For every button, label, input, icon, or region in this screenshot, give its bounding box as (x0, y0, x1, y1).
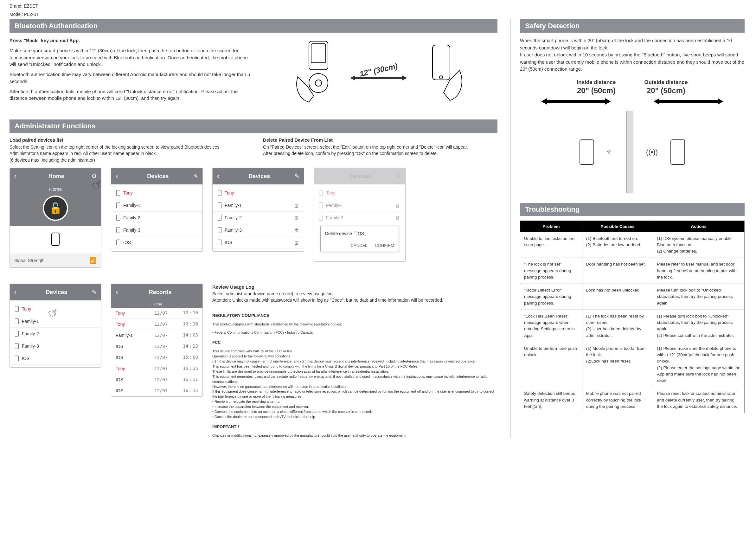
trash-icon[interactable]: 🗑 (395, 203, 400, 208)
device-name: IOS (123, 240, 131, 245)
back-icon[interactable]: ‹ (116, 288, 118, 296)
important-body: Changes or modifications not expressly a… (212, 433, 498, 438)
device-name: Family-1 (22, 319, 39, 324)
safety-illustration: ᯤ ((•)) (520, 111, 744, 193)
phone-icon (319, 202, 323, 208)
delete-body: On "Paired Devices" screen, select the "… (263, 144, 498, 157)
inside-distance-arrow-icon (541, 97, 611, 105)
device-name: Tony (22, 306, 31, 311)
list-item[interactable]: Tony (213, 187, 304, 199)
trash-icon[interactable]: 🗑 (294, 240, 299, 245)
trash-icon[interactable]: 🗑 (294, 203, 299, 208)
regulatory-intro: This product complies with standards est… (212, 322, 498, 327)
devices-title: Devices (21, 289, 92, 296)
regulatory-title: REGULATORY COMPLIANCE (212, 313, 498, 319)
list-item[interactable]: Family-2 (10, 328, 101, 340)
list-item[interactable]: Family-3🗑 (213, 224, 304, 236)
phone-icon (116, 227, 120, 233)
device-name: Family-2 (123, 215, 140, 220)
phone-glyph-icon (51, 232, 60, 246)
home-title: Home (21, 173, 92, 180)
devices-confirm-screen: ‹ Devices ✎ TonyFamily-1🗑Family-2🗑 Delet… (314, 168, 406, 262)
fcc-body: This device complies with Part 15 of the… (212, 349, 498, 419)
trash-icon[interactable]: 🗑 (294, 215, 299, 221)
inside-distance-label: Inside distance (577, 79, 616, 86)
svg-rect-0 (309, 41, 328, 70)
back-icon[interactable]: ‹ (14, 172, 16, 180)
confirm-button[interactable]: CONFIRM (375, 243, 394, 248)
phone-icon (15, 306, 19, 312)
phone-icon (319, 190, 323, 196)
table-row[interactable]: Family-112/0714：03 (111, 330, 202, 341)
back-icon[interactable]: ‹ (217, 172, 219, 180)
list-item[interactable]: IOS (111, 236, 202, 249)
cancel-button[interactable]: CANCEL (351, 243, 367, 248)
records-subtitle: Home (111, 300, 202, 308)
model-label: Model: PL2-BT (10, 12, 746, 18)
list-item[interactable]: IOS (10, 352, 101, 365)
table-row[interactable]: Tony12/0715：15 (111, 363, 202, 374)
trash-icon[interactable]: 🗑 (395, 215, 400, 221)
device-name: IOS (225, 240, 232, 245)
load-body: Select the Setting icon on the top right… (10, 144, 244, 163)
device-name: Tony (123, 190, 133, 196)
safety-body: When the smart phone is within 20" (50cm… (520, 37, 744, 73)
section-troubleshooting: Troubleshooting (520, 203, 744, 216)
signal-row: Signal Strength 📶 (10, 253, 101, 267)
section-admin-functions: Administrator Functions (10, 120, 498, 133)
column-header: Possible Causes (582, 221, 653, 232)
door-icon (626, 111, 634, 193)
auth-body1: Make sure your smart phone is within 12"… (10, 47, 250, 68)
list-item[interactable]: Tony (314, 187, 405, 199)
devices-title: Devices (224, 173, 295, 180)
back-icon[interactable]: ‹ (116, 172, 118, 180)
phone-icon (116, 215, 120, 221)
delete-confirm-dialog: Delete device「IOS」 CANCEL CONFIRM (320, 226, 399, 252)
table-row[interactable]: IOS12/0714：23 (111, 341, 202, 352)
auth-illustration: 12" (30cm) (260, 37, 498, 110)
table-row[interactable]: Tony12/0712：16 (111, 319, 202, 330)
table-row[interactable]: IOS12/0716：15 (111, 385, 202, 396)
auth-body2: Bluetooth authentication time may vary b… (10, 71, 250, 85)
edit-icon[interactable]: ✎ (92, 289, 96, 296)
list-item[interactable]: Family-2🗑 (213, 212, 304, 224)
svg-rect-4 (433, 45, 450, 80)
svg-rect-6 (52, 233, 59, 246)
devices-screen: ‹ Devices ✎ TonyFamily-1Family-2Family-3… (111, 168, 203, 252)
load-heading: Load paired devices list (10, 137, 244, 143)
list-item[interactable]: Family-3 (10, 340, 101, 352)
phone-icon (15, 343, 19, 349)
list-item[interactable]: Family-1🗑 (213, 199, 304, 212)
lock-status-icon[interactable]: 🔓 (43, 196, 68, 221)
signal-waves-icon: ᯤ (607, 148, 614, 156)
svg-rect-1 (311, 44, 326, 63)
back-icon[interactable]: ‹ (14, 288, 16, 296)
table-row[interactable]: IOS12/0715：08 (111, 352, 202, 363)
devices-title: Devices (325, 173, 396, 180)
section-bluetooth-auth: Bluetooth Authentication (10, 19, 498, 33)
list-item[interactable]: Family-1🗑 (314, 199, 405, 212)
edit-icon[interactable]: ✎ (295, 173, 299, 180)
table-row[interactable]: Tony12/0712：10 (111, 308, 202, 319)
list-item[interactable]: Tony (111, 187, 202, 199)
table-row: "Lock Has Been Reset" message appears wh… (520, 309, 744, 342)
phone-icon (15, 356, 19, 361)
records-screen: ‹ Records Home Tony12/0712：10Tony12/0712… (111, 283, 203, 397)
list-item[interactable]: Family-3 (111, 224, 202, 236)
list-item[interactable]: IOS🗑 (213, 236, 304, 249)
table-row[interactable]: IOS12/0716：11 (111, 374, 202, 385)
list-item[interactable]: Family-1 (111, 199, 202, 212)
review-heading: Review Usage Log (212, 283, 498, 291)
devices-delete-screen: ‹ Devices ✎ TonyFamily-1🗑Family-2🗑Family… (212, 168, 304, 252)
important-title: IMPORTANT ! (212, 424, 498, 430)
brand-label: Brand: EZSET (10, 3, 746, 10)
trash-icon[interactable]: 🗑 (294, 227, 299, 233)
device-name: Family-1 (326, 203, 343, 208)
dialog-message: Delete device「IOS」 (325, 231, 394, 237)
svg-point-5 (440, 76, 443, 79)
table-row: Safety detection still beeps warning at … (520, 387, 744, 413)
list-item[interactable]: Family-2🗑 (314, 212, 405, 224)
edit-icon[interactable]: ✎ (193, 173, 198, 180)
list-item[interactable]: Family-2 (111, 212, 202, 224)
regulatory-bullets: • Federal Communications Commission (FCC… (212, 330, 498, 335)
